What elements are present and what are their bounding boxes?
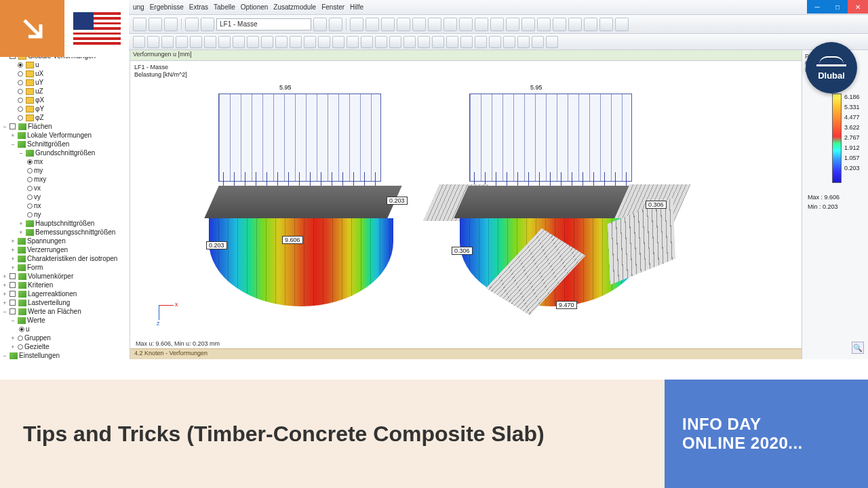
tool-icon[interactable] [233,36,245,48]
tool-icon[interactable] [584,18,597,31]
tool-icon[interactable] [149,18,162,31]
tree-label[interactable]: φY [35,105,44,113]
tool-icon[interactable] [412,18,426,31]
tool-icon[interactable] [313,18,327,31]
tool-icon[interactable] [428,18,441,31]
tool-icon[interactable] [397,18,410,31]
tool-icon[interactable] [164,18,178,31]
tree-label[interactable]: Bemessungsschnittgrößen [35,228,115,236]
tree-label[interactable]: Flächen [28,123,52,130]
close-button[interactable]: ✕ [848,0,868,14]
tool-icon[interactable] [361,36,373,48]
tool-icon[interactable] [506,18,519,31]
tool-icon[interactable] [446,36,458,48]
tree-label[interactable]: mxy [34,176,46,183]
menu-item[interactable]: Tabelle [214,3,235,11]
tree-label[interactable]: Grundschnittgrößen [35,149,95,157]
tool-icon[interactable] [443,18,457,31]
tool-icon[interactable] [366,18,379,31]
minimize-button[interactable]: ─ [807,0,827,14]
tool-icon[interactable] [568,18,582,31]
tool-icon[interactable] [133,18,146,31]
result-tree[interactable]: −Globale Verformungen u uX uY uZ φX φY φ… [0,50,130,359]
viewport-3d[interactable]: Verformungen u [mm] LF1 - Masse Belastun… [130,50,802,359]
tool-icon[interactable] [185,18,199,31]
tool-icon[interactable] [418,36,430,48]
tool-icon[interactable] [375,36,387,48]
tool-icon[interactable] [517,36,530,48]
tool-icon[interactable] [247,36,259,48]
tool-icon[interactable] [204,36,216,48]
tool-icon[interactable] [475,18,488,31]
tree-label[interactable]: ny [34,211,41,218]
tree-label[interactable]: u [35,61,39,68]
tool-icon[interactable] [176,36,188,48]
loadcase-select[interactable] [216,18,311,30]
tree-label[interactable]: u [26,325,30,333]
tool-icon[interactable] [275,36,288,48]
tool-icon[interactable] [290,36,302,48]
menu-item[interactable]: Hilfe [350,3,363,11]
tree-label[interactable]: Werte an Flächen [28,308,81,315]
tree-label[interactable]: Lastverteilung [28,299,70,306]
tool-icon[interactable] [546,36,558,48]
tool-icon[interactable] [133,36,145,48]
menu-item[interactable]: Ergebnisse [150,3,184,11]
tree-label[interactable]: Einstellungen [19,352,60,359]
tree-label[interactable]: vy [34,193,41,201]
tree-label[interactable]: uY [35,79,43,86]
tree-label[interactable]: mx [34,158,43,165]
maximize-button[interactable]: □ [827,0,848,14]
tree-label[interactable]: vx [34,184,41,192]
tool-icon[interactable] [261,36,273,48]
tool-icon[interactable] [381,18,395,31]
tool-icon[interactable] [521,18,535,31]
tree-label[interactable]: Gezielte [24,343,50,350]
tree-label[interactable]: my [34,167,43,174]
tree-label[interactable]: Gruppen [24,334,51,342]
tool-icon[interactable] [350,18,363,31]
tree-label[interactable]: Schnittgrößen [27,140,69,148]
tool-icon[interactable] [460,36,473,48]
tool-icon[interactable] [490,18,504,31]
tool-icon[interactable] [201,18,214,31]
menu-item[interactable]: Extras [189,3,208,11]
tree-label[interactable]: Werte [27,317,45,324]
tool-icon[interactable] [432,36,444,48]
tool-icon[interactable] [347,36,359,48]
tool-icon[interactable] [318,36,330,48]
menu-item[interactable]: ung [133,3,144,11]
tool-icon[interactable] [161,36,174,48]
tree-label[interactable]: Lokale Verformungen [27,131,92,139]
tree-label[interactable]: Verzerrungen [27,246,68,253]
tool-icon[interactable] [503,36,515,48]
tool-icon[interactable] [403,36,416,48]
tool-icon[interactable] [389,36,401,48]
tool-icon[interactable] [553,18,566,31]
tree-label[interactable]: Charakteristiken der isotropen [27,255,117,262]
tool-icon[interactable] [532,36,544,48]
tool-icon[interactable] [190,36,202,48]
tree-label[interactable]: uZ [35,87,43,95]
tree-label[interactable]: Lagerreaktionen [28,290,77,298]
tree-label[interactable]: uX [35,70,43,77]
tool-icon[interactable] [218,36,231,48]
tree-label[interactable]: Kriterien [28,281,53,289]
tree-label[interactable]: Volumenkörper [28,272,73,280]
tree-label[interactable]: nx [34,202,41,209]
tool-icon[interactable] [537,18,551,31]
tool-icon[interactable] [332,36,344,48]
tree-label[interactable]: φX [35,96,44,104]
tree-label[interactable]: Hauptschnittgrößen [35,220,94,227]
tree-label[interactable]: φZ [35,114,44,121]
tree-label[interactable]: Form [27,264,43,271]
tool-icon[interactable] [304,36,316,48]
tool-icon[interactable] [459,18,473,31]
menu-item[interactable]: Optionen [241,3,269,11]
menu-item[interactable]: Zusatzmodule [273,3,316,11]
tree-label[interactable]: Spannungen [27,237,66,245]
zoom-icon[interactable]: 🔍 [852,342,864,354]
tool-icon[interactable] [475,36,487,48]
menu-item[interactable]: Fenster [321,3,344,11]
tool-icon[interactable] [489,36,501,48]
